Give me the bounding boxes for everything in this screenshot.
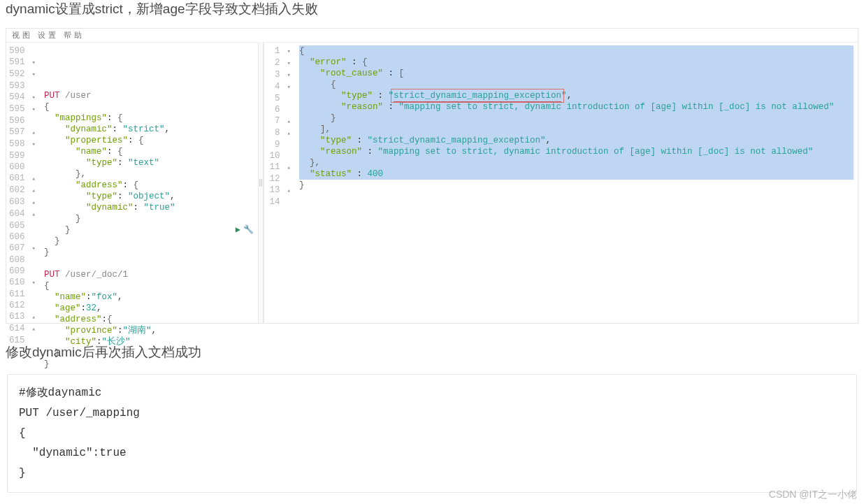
response-code[interactable]: { "error" : { "root_cause" : [ { "type" … <box>295 43 858 323</box>
run-controls[interactable]: ▶ 🔧 <box>236 224 254 236</box>
wrench-icon[interactable]: 🔧 <box>243 224 254 236</box>
section-heading-1: dynamic设置成strict，新增age字段导致文档插入失败 <box>0 0 864 22</box>
pane-separator[interactable]: ‖ <box>258 42 264 323</box>
run-icon[interactable]: ▶ <box>236 224 240 236</box>
toolbar[interactable]: 视图 设置 帮助 <box>6 29 858 42</box>
request-code[interactable]: ▶ 🔧 PUT /user{ "mappings": { "dynamic": … <box>40 43 258 323</box>
line-gutter-right: 1 ▾2 ▾3 ▾4 ▾5 6 7 ▴8 ▴9 10 11 ▴12 13 ▴14 <box>264 43 295 323</box>
line-gutter-left: 590 591 ▾592 ▾593 594 ▾595 ▾596 597 ▴598… <box>6 43 40 323</box>
watermark: CSDN @IT之一小佬 <box>769 489 857 500</box>
response-viewer[interactable]: 1 ▾2 ▾3 ▾4 ▾5 6 7 ▴8 ▴9 10 11 ▴12 13 ▴14… <box>264 42 858 323</box>
code-snippet[interactable]: #修改daynamic PUT /user/_mapping { "dynami… <box>7 374 857 493</box>
request-editor[interactable]: 590 591 ▾592 ▾593 594 ▾595 ▾596 597 ▴598… <box>6 42 258 323</box>
kibana-console: 视图 设置 帮助 590 591 ▾592 ▾593 594 ▾595 ▾596… <box>6 28 858 324</box>
